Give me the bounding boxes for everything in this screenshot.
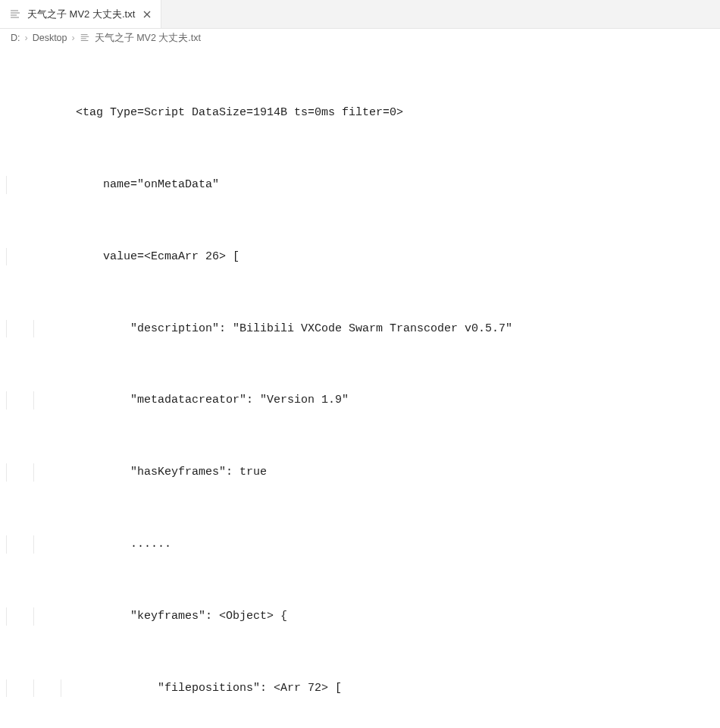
- breadcrumb: D: › Desktop › 天气之子 MV2 大丈夫.txt: [0, 29, 720, 47]
- code-line: "filepositions": <Arr 72> [: [76, 679, 720, 698]
- code-line: "hasKeyframes": true: [76, 463, 720, 482]
- breadcrumb-folder[interactable]: Desktop: [33, 33, 67, 43]
- code-line: "metadatacreator": "Version 1.9": [76, 391, 720, 410]
- file-lines-icon: [9, 8, 21, 20]
- breadcrumb-folder-label: Desktop: [33, 33, 67, 43]
- indent-guide-gutter: [0, 248, 76, 266]
- indent-guide-gutter: [0, 104, 76, 122]
- breadcrumb-file-label: 天气之子 MV2 大丈夫.txt: [95, 32, 201, 45]
- indent-guide-gutter: [0, 391, 76, 410]
- editor-area[interactable]: <tag Type=Script DataSize=1914B ts=0ms f…: [0, 47, 720, 728]
- indent-guide-gutter: [0, 463, 76, 482]
- code-line: value=<EcmaArr 26> [: [76, 248, 720, 266]
- tab-label: 天气之子 MV2 大丈夫.txt: [27, 8, 135, 21]
- indent-guide-gutter: [0, 320, 76, 338]
- tab-bar: 天气之子 MV2 大丈夫.txt: [0, 0, 720, 29]
- code-line: "keyframes": <Object> {: [76, 607, 720, 626]
- tab-active[interactable]: 天气之子 MV2 大丈夫.txt: [0, 0, 161, 28]
- indent-guide-gutter: [0, 607, 76, 626]
- indent-guide-gutter: [0, 679, 76, 698]
- close-icon[interactable]: [141, 8, 153, 20]
- code-line: name="onMetaData": [76, 176, 720, 194]
- breadcrumb-drive[interactable]: D:: [11, 33, 20, 43]
- indent-guide-gutter: [0, 176, 76, 194]
- file-lines-icon: [80, 33, 90, 43]
- indent-guide-gutter: [0, 535, 76, 554]
- code-line: ......: [76, 535, 720, 554]
- code-line: "description": "Bilibili VXCode Swarm Tr…: [76, 320, 720, 338]
- breadcrumb-drive-label: D:: [11, 33, 20, 43]
- chevron-right-icon: ›: [72, 33, 75, 43]
- chevron-right-icon: ›: [25, 33, 28, 43]
- code-line: <tag Type=Script DataSize=1914B ts=0ms f…: [76, 104, 720, 122]
- breadcrumb-file[interactable]: 天气之子 MV2 大丈夫.txt: [80, 32, 201, 45]
